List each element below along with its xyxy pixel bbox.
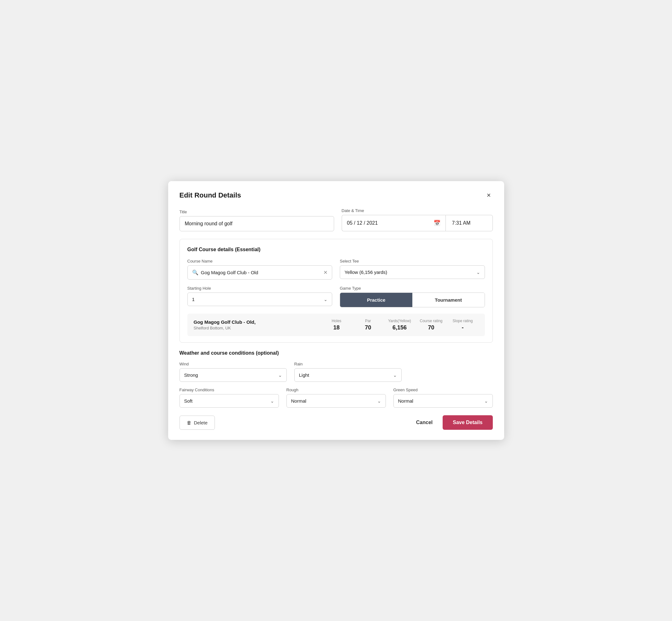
- modal-header: Edit Round Details ×: [179, 191, 493, 199]
- course-stat-par: Par 70: [352, 319, 384, 331]
- wind-rain-row: Wind Strong ⌄ Rain Light ⌄: [179, 362, 493, 382]
- holes-value: 18: [321, 324, 352, 331]
- date-value: 05 / 12 / 2021: [347, 220, 378, 226]
- edit-round-modal: Edit Round Details × Title Date & Time 0…: [168, 181, 504, 440]
- trash-icon: 🗑: [187, 420, 192, 425]
- game-type-field: Game Type Practice Tournament: [340, 286, 485, 307]
- close-button[interactable]: ×: [485, 191, 493, 199]
- fairway-dropdown[interactable]: Soft ⌄: [179, 394, 279, 408]
- weather-section-title: Weather and course conditions (optional): [179, 350, 493, 356]
- select-tee-dropdown[interactable]: Yellow (6,156 yards) ⌄: [340, 265, 485, 279]
- yards-label: Yards(Yellow): [384, 319, 416, 323]
- rough-label: Rough: [287, 387, 386, 392]
- chevron-down-icon-rain: ⌄: [393, 373, 397, 378]
- starting-hole-label: Starting Hole: [187, 286, 333, 291]
- chevron-down-icon: ⌄: [476, 270, 480, 275]
- course-info-name-text: Gog Magog Golf Club - Old,: [194, 319, 321, 325]
- fairway-rough-green-row: Fairway Conditions Soft ⌄ Rough Normal ⌄…: [179, 387, 493, 408]
- par-value: 70: [352, 324, 384, 331]
- game-type-toggle: Practice Tournament: [340, 292, 485, 307]
- course-stat-holes: Holes 18: [321, 319, 352, 331]
- select-tee-value: Yellow (6,156 yards): [344, 270, 387, 275]
- wind-value: Strong: [184, 372, 198, 378]
- select-tee-label: Select Tee: [340, 259, 485, 263]
- clear-icon[interactable]: ✕: [323, 270, 328, 276]
- datetime-field-group: Date & Time 05 / 12 / 2021 📅 7:31 AM: [342, 208, 493, 231]
- course-info-location: Shelford Bottom, UK: [194, 326, 321, 330]
- select-tee-field: Select Tee Yellow (6,156 yards) ⌄: [340, 259, 485, 280]
- rough-dropdown[interactable]: Normal ⌄: [287, 394, 386, 408]
- holes-label: Holes: [321, 319, 352, 323]
- course-tee-row: Course Name 🔍 Gog Magog Golf Club - Old …: [187, 259, 485, 280]
- wind-dropdown[interactable]: Strong ⌄: [179, 368, 287, 382]
- title-field-group: Title: [179, 210, 334, 231]
- rain-dropdown[interactable]: Light ⌄: [294, 368, 402, 382]
- wind-field: Wind Strong ⌄: [179, 362, 287, 382]
- modal-footer: 🗑 Delete Cancel Save Details: [179, 415, 493, 430]
- practice-button[interactable]: Practice: [340, 293, 412, 307]
- slope-rating-label: Slope rating: [447, 319, 478, 323]
- date-input[interactable]: 05 / 12 / 2021 📅: [342, 215, 446, 231]
- course-rating-label: Course rating: [416, 319, 447, 323]
- starting-hole-value: 1: [192, 297, 195, 302]
- course-stat-slope-rating: Slope rating -: [447, 319, 478, 331]
- weather-section: Weather and course conditions (optional)…: [179, 350, 493, 408]
- course-info-row: Gog Magog Golf Club - Old, Shelford Bott…: [187, 314, 485, 336]
- hole-gametype-row: Starting Hole 1 ⌄ Game Type Practice Tou…: [187, 286, 485, 307]
- green-speed-value: Normal: [398, 398, 413, 404]
- fairway-field: Fairway Conditions Soft ⌄: [179, 387, 279, 408]
- game-type-label: Game Type: [340, 286, 485, 291]
- delete-label: Delete: [194, 420, 208, 425]
- title-label: Title: [179, 210, 334, 214]
- tournament-button[interactable]: Tournament: [412, 293, 485, 307]
- datetime-label: Date & Time: [342, 208, 493, 213]
- time-input[interactable]: 7:31 AM: [446, 215, 493, 231]
- golf-section-title: Golf Course details (Essential): [187, 247, 485, 252]
- yards-value: 6,156: [384, 324, 416, 331]
- rough-value: Normal: [291, 398, 306, 404]
- date-time-wrapper: 05 / 12 / 2021 📅 7:31 AM: [342, 215, 493, 231]
- green-speed-label: Green Speed: [393, 387, 493, 392]
- course-rating-value: 70: [416, 324, 447, 331]
- course-name-value: Gog Magog Golf Club - Old: [201, 270, 321, 275]
- green-speed-field: Green Speed Normal ⌄: [393, 387, 493, 408]
- slope-rating-value: -: [447, 324, 478, 331]
- course-info-name: Gog Magog Golf Club - Old, Shelford Bott…: [194, 319, 321, 330]
- starting-hole-dropdown[interactable]: 1 ⌄: [187, 292, 333, 306]
- top-fields: Title Date & Time 05 / 12 / 2021 📅 7:31 …: [179, 208, 493, 231]
- rain-value: Light: [299, 372, 309, 378]
- footer-right: Cancel Save Details: [414, 415, 493, 430]
- chevron-down-icon-rough: ⌄: [377, 399, 381, 404]
- chevron-down-icon-hole: ⌄: [324, 297, 328, 302]
- starting-hole-field: Starting Hole 1 ⌄: [187, 286, 333, 307]
- course-search-input[interactable]: 🔍 Gog Magog Golf Club - Old ✕: [187, 265, 333, 280]
- calendar-icon: 📅: [433, 220, 440, 226]
- cancel-button[interactable]: Cancel: [414, 416, 435, 429]
- delete-button[interactable]: 🗑 Delete: [179, 416, 215, 430]
- fairway-value: Soft: [184, 398, 193, 404]
- rough-field: Rough Normal ⌄: [287, 387, 386, 408]
- search-icon: 🔍: [192, 270, 199, 276]
- fairway-label: Fairway Conditions: [179, 387, 279, 392]
- golf-course-section: Golf Course details (Essential) Course N…: [179, 239, 493, 343]
- modal-title: Edit Round Details: [179, 191, 241, 199]
- chevron-down-icon-wind: ⌄: [278, 373, 282, 378]
- chevron-down-icon-green: ⌄: [484, 399, 488, 404]
- rain-label: Rain: [294, 362, 402, 366]
- course-name-label: Course Name: [187, 259, 333, 263]
- title-input[interactable]: [179, 216, 334, 231]
- par-label: Par: [352, 319, 384, 323]
- time-value: 7:31 AM: [452, 220, 471, 226]
- course-stat-yards: Yards(Yellow) 6,156: [384, 319, 416, 331]
- save-button[interactable]: Save Details: [443, 415, 493, 430]
- rain-field: Rain Light ⌄: [294, 362, 402, 382]
- green-speed-dropdown[interactable]: Normal ⌄: [393, 394, 493, 408]
- wind-label: Wind: [179, 362, 287, 366]
- chevron-down-icon-fairway: ⌄: [270, 399, 274, 404]
- course-stat-course-rating: Course rating 70: [416, 319, 447, 331]
- course-name-field: Course Name 🔍 Gog Magog Golf Club - Old …: [187, 259, 333, 280]
